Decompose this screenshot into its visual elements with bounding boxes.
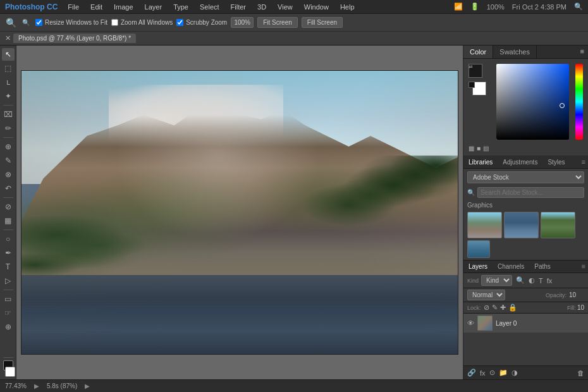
libraries-tabs: Libraries Adjustments Styles ≡ <box>463 156 588 169</box>
pen-tool[interactable]: ✒ <box>2 247 15 259</box>
layer-effect-icon[interactable]: fx <box>547 277 553 285</box>
menu-view[interactable]: View <box>273 2 298 12</box>
zoom-all-option[interactable]: Zoom All Windows <box>111 19 173 26</box>
layer-row[interactable]: 👁 Layer 0 <box>463 314 588 333</box>
create-adjustment-icon[interactable]: ◑ <box>511 369 518 377</box>
menu-window[interactable]: Window <box>299 2 334 12</box>
color-mode-icons: ▦ ■ ▤ <box>463 145 588 156</box>
hue-strip[interactable] <box>575 64 583 140</box>
library-search-input[interactable] <box>477 187 584 198</box>
history-tool[interactable]: ↶ <box>2 182 15 195</box>
menu-filter[interactable]: Filter <box>226 2 251 12</box>
fill-value[interactable]: 10 <box>577 304 584 311</box>
library-select[interactable]: Adobe Stock <box>467 171 584 183</box>
fill-control: Fill: 10 <box>567 304 584 311</box>
tab-color[interactable]: Color <box>463 46 493 58</box>
search-icon[interactable]: 🔍 <box>574 3 583 11</box>
photo-canvas[interactable] <box>21 71 458 354</box>
layers-panel-menu-icon[interactable]: ≡ <box>579 260 588 273</box>
document-tab[interactable]: Photo.psd @ 77.4% (Layer 0, RGB/8*) * <box>13 34 136 43</box>
background-color-swatch[interactable] <box>5 367 15 377</box>
default-colors-icon[interactable] <box>469 82 475 88</box>
layer-type-icon[interactable]: T <box>539 277 543 285</box>
tab-styles[interactable]: Styles <box>542 156 570 168</box>
swap-colors-icon[interactable]: ⇄ <box>469 64 473 70</box>
layer-kind-select[interactable]: Kind <box>481 275 512 286</box>
move-tool[interactable]: ↖ <box>2 48 15 61</box>
library-thumb-4[interactable] <box>467 240 490 258</box>
layer-style-icon[interactable]: fx <box>480 369 486 377</box>
tab-swatches[interactable]: Swatches <box>493 46 537 58</box>
create-group-icon[interactable]: 📁 <box>499 369 508 377</box>
clone-tool[interactable]: ⊗ <box>2 168 15 181</box>
zoom-out-icon[interactable]: 🔍 <box>20 17 32 28</box>
delete-layer-icon[interactable]: 🗑 <box>577 369 584 377</box>
layer-adjust-icon[interactable]: ◐ <box>529 276 535 285</box>
hand-tool[interactable]: ☞ <box>2 307 15 319</box>
add-mask-icon[interactable]: ⊙ <box>489 369 495 377</box>
layer-visibility-icon[interactable]: 👁 <box>467 319 474 327</box>
wifi-icon: 📶 <box>454 3 463 11</box>
shape-tool[interactable]: ▭ <box>2 293 15 305</box>
lock-move-icon[interactable]: ✚ <box>500 303 506 312</box>
lock-paint-icon[interactable]: ✎ <box>492 303 498 312</box>
menu-select[interactable]: Select <box>195 2 224 12</box>
menu-edit[interactable]: Edit <box>85 2 107 12</box>
library-thumb-2[interactable] <box>504 212 539 238</box>
lock-transparent-icon[interactable]: ⊘ <box>484 303 489 312</box>
libraries-panel-menu-icon[interactable]: ≡ <box>579 156 588 168</box>
path-tool[interactable]: ▷ <box>2 274 15 287</box>
dodge-tool[interactable]: ○ <box>2 233 15 245</box>
color-picker-gradient[interactable] <box>496 64 569 140</box>
marquee-tool[interactable]: ⬚ <box>2 62 15 75</box>
menu-type[interactable]: Type <box>168 2 193 12</box>
gradient-tool[interactable]: ▦ <box>2 214 15 227</box>
wand-tool[interactable]: ✦ <box>2 90 15 102</box>
menu-image[interactable]: Image <box>109 2 138 12</box>
fit-screen-button[interactable]: Fit Screen <box>257 17 298 28</box>
layer-filter-icon[interactable]: 🔍 <box>516 276 525 285</box>
zoom-tool[interactable]: ⊕ <box>2 321 15 333</box>
options-toolbar: 🔍 🔍 Resize Windows to Fit Zoom All Windo… <box>0 14 588 32</box>
close-document-icon[interactable]: ✕ <box>5 34 11 42</box>
menu-layer[interactable]: Layer <box>140 2 168 12</box>
blend-mode-select[interactable]: Normal <box>467 290 505 300</box>
library-thumb-3[interactable] <box>541 212 575 238</box>
color-panel: Color Swatches ≡ ⇄ ▦ <box>463 46 588 156</box>
opacity-value[interactable]: 10 <box>569 291 584 298</box>
solid-icon[interactable]: ■ <box>477 145 481 152</box>
tab-paths[interactable]: Paths <box>529 260 556 273</box>
eraser-tool[interactable]: ⊘ <box>2 200 15 213</box>
libraries-panel: Libraries Adjustments Styles ≡ Adobe Sto… <box>463 156 588 260</box>
zoom-in-icon[interactable]: 🔍 <box>5 17 16 28</box>
tab-libraries[interactable]: Libraries <box>463 156 498 168</box>
scrubby-zoom-option[interactable]: Scrubby Zoom <box>176 19 227 26</box>
menu-3d[interactable]: 3D <box>252 2 271 12</box>
eyedropper-tool[interactable]: ✏ <box>2 122 15 135</box>
resize-windows-option[interactable]: Resize Windows to Fit <box>35 19 107 26</box>
document-tab-label: Photo.psd @ 77.4% (Layer 0, RGB/8*) * <box>18 35 131 42</box>
menu-file[interactable]: File <box>63 2 84 12</box>
lasso-tool[interactable]: ʟ <box>2 76 15 89</box>
pattern-icon[interactable]: ▤ <box>483 145 489 152</box>
link-layers-icon[interactable]: 🔗 <box>467 369 476 377</box>
type-tool[interactable]: T <box>2 260 15 273</box>
lock-all-icon[interactable]: 🔒 <box>508 303 517 312</box>
fill-screen-button[interactable]: Fill Screen <box>302 17 343 28</box>
library-thumb-1[interactable] <box>467 212 502 238</box>
menu-help[interactable]: Help <box>335 2 360 12</box>
tab-adjustments[interactable]: Adjustments <box>498 156 542 168</box>
layers-controls-row: Kind Kind 🔍 ◐ T fx <box>463 273 588 288</box>
status-arrow-icon[interactable]: ▶ <box>34 383 39 389</box>
brush-tool[interactable]: ✎ <box>2 154 15 167</box>
gradient-icon[interactable]: ▦ <box>469 145 474 152</box>
crop-tool[interactable]: ⌧ <box>2 108 15 121</box>
canvas-wrapper <box>21 70 458 355</box>
tab-channels[interactable]: Channels <box>493 260 529 273</box>
brightness-gradient <box>496 64 569 140</box>
heal-tool[interactable]: ⊕ <box>2 140 15 153</box>
status-expand-icon[interactable]: ▶ <box>85 383 90 389</box>
tab-layers[interactable]: Layers <box>463 260 493 273</box>
color-panel-menu-icon[interactable]: ≡ <box>577 46 588 58</box>
search-icon: 🔍 <box>467 189 475 196</box>
